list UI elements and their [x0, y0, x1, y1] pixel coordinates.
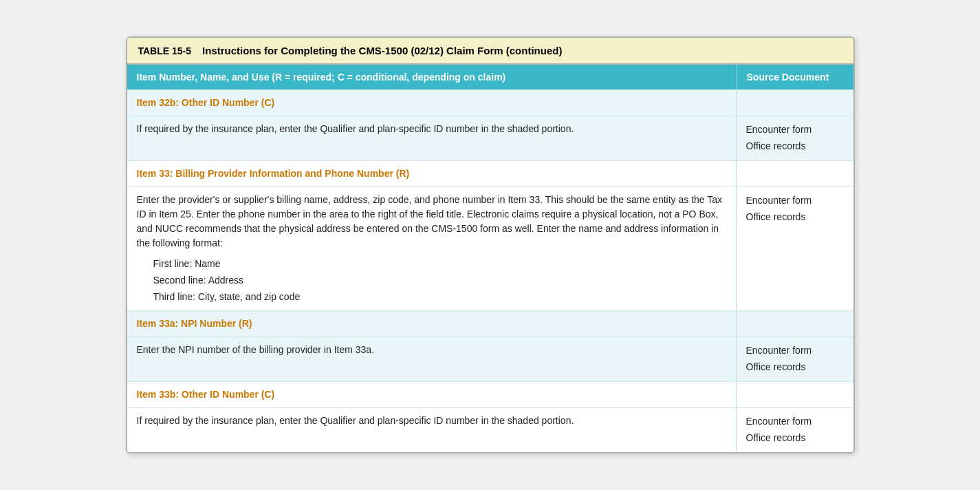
- item-title: Item 33: Billing Provider Information an…: [137, 168, 410, 179]
- source-cell: [737, 161, 853, 187]
- item-desc: If required by the insurance plan, enter…: [137, 123, 574, 134]
- source-line: Encounter form: [746, 193, 844, 209]
- item-cell: Item 33b: Other ID Number (C): [127, 382, 737, 407]
- column-header-row: Item Number, Name, and Use (R = required…: [127, 65, 853, 89]
- table-row: Item 33: Billing Provider Information an…: [127, 160, 853, 187]
- table-row: Item 33b: Other ID Number (C): [127, 381, 853, 407]
- table-container: TABLE 15-5 Instructions for Completing t…: [126, 36, 855, 453]
- indented-list: First line: Name Second line: Address Th…: [153, 256, 726, 305]
- source-cell: [737, 311, 853, 337]
- list-item: Second line: Address: [153, 273, 726, 289]
- item-cell: Item 33: Billing Provider Information an…: [127, 161, 737, 187]
- item-title: Item 33a: NPI Number (R): [137, 318, 252, 329]
- table-row: Item 32b: Other ID Number (C): [127, 89, 853, 116]
- source-cell: [737, 90, 853, 116]
- source-cell: Encounter form Office records: [737, 408, 853, 452]
- table-title-bar: TABLE 15-5 Instructions for Completing t…: [127, 38, 853, 65]
- source-line: Encounter form: [746, 343, 844, 359]
- table-row: If required by the insurance plan, enter…: [127, 116, 853, 160]
- item-desc: If required by the insurance plan, enter…: [137, 415, 574, 426]
- item-desc: Enter the provider's or supplier's billi…: [137, 194, 723, 248]
- item-title: Item 32b: Other ID Number (C): [137, 97, 275, 108]
- item-cell: Enter the NPI number of the billing prov…: [127, 337, 737, 381]
- item-cell: If required by the insurance plan, enter…: [127, 116, 737, 160]
- source-line: Office records: [746, 209, 844, 226]
- item-cell: Item 33a: NPI Number (R): [127, 311, 737, 337]
- table-title: Instructions for Completing the CMS-1500…: [202, 45, 562, 56]
- source-line: Office records: [746, 430, 844, 447]
- col-header-source: Source Document: [737, 65, 853, 89]
- source-cell: Encounter form Office records: [737, 187, 853, 310]
- list-item: First line: Name: [153, 256, 726, 273]
- item-desc: Enter the NPI number of the billing prov…: [137, 344, 375, 355]
- source-cell: [737, 382, 853, 407]
- item-cell: Item 32b: Other ID Number (C): [127, 90, 737, 116]
- source-line: Office records: [746, 138, 844, 155]
- source-line: Encounter form: [746, 122, 844, 138]
- item-cell: If required by the insurance plan, enter…: [127, 408, 737, 452]
- table-id: TABLE 15-5: [138, 45, 192, 56]
- item-title: Item 33b: Other ID Number (C): [137, 389, 275, 400]
- list-item: Third line: City, state, and zip code: [153, 289, 726, 306]
- source-line: Encounter form: [746, 414, 844, 430]
- table-row: If required by the insurance plan, enter…: [127, 407, 853, 452]
- col-header-main: Item Number, Name, and Use (R = required…: [127, 65, 737, 89]
- source-cell: Encounter form Office records: [737, 337, 853, 381]
- source-cell: Encounter form Office records: [737, 116, 853, 160]
- table-row: Enter the provider's or supplier's billi…: [127, 187, 853, 310]
- table-row: Item 33a: NPI Number (R): [127, 310, 853, 337]
- item-cell: Enter the provider's or supplier's billi…: [127, 187, 737, 310]
- table-row: Enter the NPI number of the billing prov…: [127, 337, 853, 381]
- source-line: Office records: [746, 359, 844, 376]
